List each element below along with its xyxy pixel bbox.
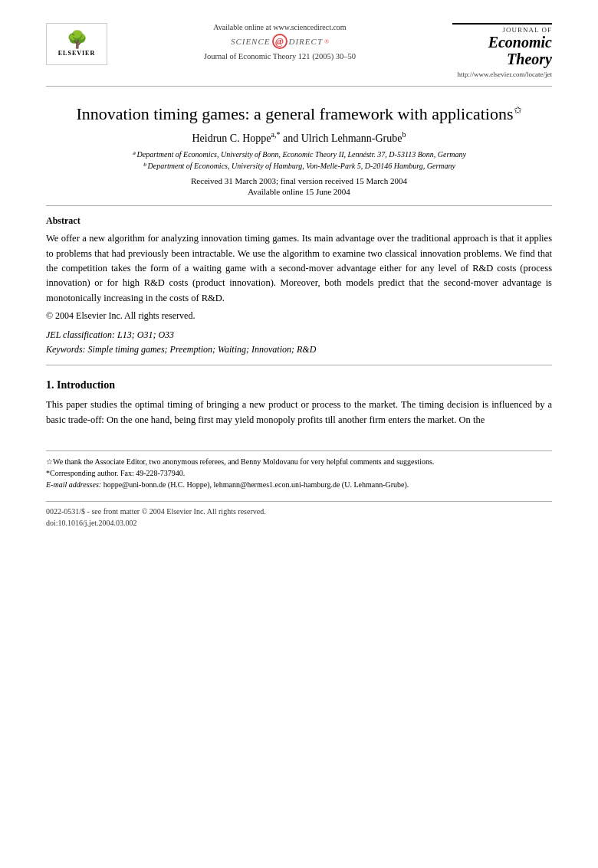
abstract-section: Abstract We offer a new algorithm for an… (46, 215, 552, 322)
affiliation-a: ᵃ Department of Economics, University of… (46, 149, 552, 160)
affiliations: ᵃ Department of Economics, University of… (46, 149, 552, 172)
footnotes: ☆We thank the Associate Editor, two anon… (46, 450, 552, 490)
elsevier-tree-icon: 🌳 (67, 31, 87, 48)
received-dates: Received 31 March 2003; final version re… (46, 176, 552, 185)
at-icon: @ (272, 34, 288, 49)
elsevier-label: ELSEVIER (58, 50, 95, 57)
keywords-label: Keywords: (46, 344, 86, 355)
journal-of-label: JOURNAL OF (452, 23, 552, 34)
title-section: Innovation timing games: a general frame… (46, 103, 552, 196)
copyright: © 2004 Elsevier Inc. All rights reserved… (46, 310, 552, 322)
paper-title: Innovation timing games: a general frame… (46, 103, 552, 126)
journal-brand: JOURNAL OF Economic Theory http://www.el… (452, 23, 552, 78)
keywords-line: Keywords: Simple timing games; Preemptio… (46, 344, 552, 355)
jel-line: JEL classification: L13; O31; O33 (46, 329, 552, 341)
email-label: E-mail addresses: (46, 480, 101, 489)
journal-full-name: Journal of Economic Theory 121 (2005) 30… (115, 52, 445, 61)
available-date: Available online 15 June 2004 (46, 187, 552, 196)
available-online-text: Available online at www.sciencedirect.co… (115, 23, 445, 31)
doi-line: doi:10.1016/j.jet.2004.03.002 (46, 517, 552, 529)
and-text: and (283, 132, 301, 143)
section-1: 1. Introduction This paper studies the o… (46, 379, 552, 427)
abstract-text: We offer a new algorithm for analyzing i… (46, 231, 552, 306)
abstract-divider (46, 365, 552, 365)
header: 🌳 ELSEVIER Available online at www.scien… (46, 23, 552, 87)
star-footnote: ✩ (514, 104, 522, 116)
jel-label: JEL classification: (46, 329, 115, 340)
footnote-corresponding: *Corresponding author. Fax: 49-228-73794… (46, 467, 552, 479)
footnote-star: ☆We thank the Associate Editor, two anon… (46, 456, 552, 467)
section-1-text: This paper studies the optimal timing of… (46, 398, 552, 427)
elsevier-logo: 🌳 ELSEVIER (46, 23, 107, 65)
author1-name: Heidrun C. Hoppe (192, 132, 271, 143)
direct-text: DIRECT (289, 37, 324, 46)
science-text: SCIENCE (231, 37, 271, 46)
footnote-email: E-mail addresses: hoppe@uni-bonn.de (H.C… (46, 479, 552, 490)
author1-sup: a,* (271, 130, 281, 139)
jel-codes: L13; O31; O33 (117, 329, 174, 340)
issn-line: 0022-0531/$ - see front matter © 2004 El… (46, 506, 552, 517)
journal-url: http://www.elsevier.com/locate/jet (452, 70, 552, 78)
section-1-title: 1. Introduction (46, 379, 552, 391)
email-values: hoppe@uni-bonn.de (H.C. Hoppe), lehmann@… (104, 480, 409, 489)
author2-name: Ulrich Lehmann-Grube (301, 132, 402, 143)
abstract-title: Abstract (46, 215, 552, 227)
title-divider (46, 205, 552, 206)
journal-title-line1: Economic (488, 34, 552, 51)
journal-title: Economic Theory (452, 34, 552, 67)
keywords-values: Simple timing games; Preemption; Waiting… (88, 344, 317, 355)
bottom-bar: 0022-0531/$ - see front matter © 2004 El… (46, 501, 552, 529)
author2-sup: b (402, 130, 406, 139)
page: 🌳 ELSEVIER Available online at www.scien… (0, 0, 598, 868)
affiliation-b: ᵇ Department of Economics, University of… (46, 160, 552, 172)
sciencedirect-logo: SCIENCE @ DIRECT ® (115, 34, 445, 49)
journal-title-line2: Theory (507, 51, 552, 67)
authors-line: Heidrun C. Hoppea,* and Ulrich Lehmann-G… (46, 130, 552, 145)
header-center: Available online at www.sciencedirect.co… (107, 23, 452, 61)
